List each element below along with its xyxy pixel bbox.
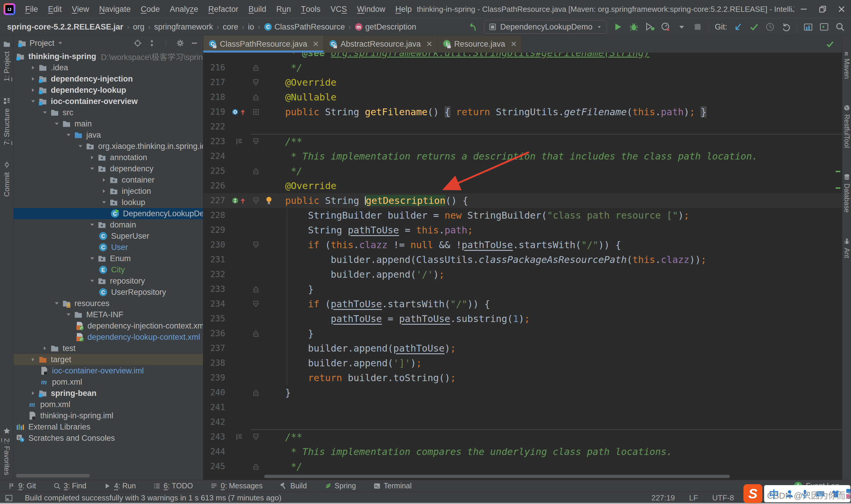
- code-text[interactable]: @Nullable: [262, 90, 842, 105]
- menu-navigate[interactable]: Navigate: [94, 0, 136, 18]
- tree-item-annotation[interactable]: annotation: [14, 152, 203, 163]
- chevron-down-icon[interactable]: [57, 40, 63, 46]
- menu-analyze[interactable]: Analyze: [165, 0, 203, 18]
- tree-expand-icon[interactable]: [28, 76, 38, 82]
- code-line-239[interactable]: 239 return builder.toString();: [203, 371, 842, 385]
- code-line-218[interactable]: 218 @Nullable: [203, 90, 842, 105]
- code-line-219[interactable]: 219 public String getFilename() { return…: [203, 105, 842, 119]
- tree-item-java[interactable]: java: [14, 129, 203, 141]
- code-line[interactable]: * @see org.springframework.util.StringUt…: [203, 53, 842, 60]
- code-text[interactable]: /**: [262, 430, 842, 444]
- fold-down-icon[interactable]: [252, 433, 259, 440]
- menu-code[interactable]: Code: [135, 0, 165, 18]
- code-line-234[interactable]: 234 if (pathToUse.startsWith("/")) {: [203, 296, 842, 311]
- tree-item-thinking-in-spring-iml[interactable]: thinking-in-spring.iml: [14, 410, 203, 421]
- menu-build[interactable]: Build: [243, 0, 271, 18]
- tree-collapse-icon[interactable]: [40, 110, 50, 115]
- tree-collapse-icon[interactable]: [28, 98, 38, 104]
- code-line-233[interactable]: 233 }: [203, 282, 842, 296]
- breadcrumb-item[interactable]: io: [247, 22, 255, 32]
- menu-file[interactable]: File: [20, 0, 43, 18]
- toolwindow-button-ant[interactable]: Ant: [843, 238, 851, 258]
- code-text[interactable]: */: [262, 164, 842, 178]
- profiler-icon[interactable]: [661, 22, 671, 32]
- code-text[interactable]: builder.append(ClassUtils.classPackageAs…: [262, 252, 842, 267]
- tree-item-userrepository[interactable]: CUserRepository: [14, 287, 203, 298]
- fold-marker-slot[interactable]: [249, 164, 262, 178]
- code-line-241[interactable]: 241: [203, 400, 842, 415]
- code-line-244[interactable]: 244 * This implementation compares the u…: [203, 444, 842, 459]
- tree-collapse-icon[interactable]: [63, 132, 74, 138]
- tree-collapse-icon[interactable]: [87, 166, 97, 172]
- code-text[interactable]: [262, 119, 842, 134]
- toolwindow-bar-find[interactable]: 3: Find: [53, 482, 86, 490]
- code-line-230[interactable]: 230 if (this.clazz != null && !pathToUse…: [203, 237, 842, 252]
- code-line-226[interactable]: 226 @Override: [203, 178, 842, 193]
- line-ending[interactable]: LF: [689, 493, 698, 503]
- code-line-225[interactable]: 225 */: [203, 164, 842, 178]
- code-text[interactable]: if (pathToUse.startsWith("/")) {: [262, 296, 842, 311]
- menu-help[interactable]: Help: [390, 0, 417, 18]
- tab-close-icon[interactable]: ✕: [426, 40, 433, 49]
- toolwindow-button-1-project[interactable]: 1: Project: [3, 40, 11, 81]
- tree-item-pom-xml[interactable]: mpom.xml: [14, 399, 203, 410]
- fold-up-icon[interactable]: [252, 286, 259, 293]
- tree-expand-icon[interactable]: [28, 390, 38, 396]
- fold-down-icon[interactable]: [252, 301, 259, 308]
- rollback-icon[interactable]: [781, 22, 791, 32]
- fold-marker-slot[interactable]: [249, 430, 262, 444]
- toolwindow-button-2-favorites[interactable]: 2: Favorites: [3, 427, 11, 475]
- bulb-icon[interactable]: [265, 196, 273, 204]
- breadcrumb-item[interactable]: mgetDescription: [354, 22, 418, 32]
- project-horizontal-scrollbar[interactable]: [16, 474, 90, 478]
- tree-item-target[interactable]: target: [14, 354, 203, 365]
- code-text[interactable]: }: [262, 326, 842, 341]
- coverage-icon[interactable]: [645, 22, 655, 32]
- code-line-232[interactable]: 232 builder.append('/');: [203, 267, 842, 282]
- code-line-236[interactable]: 236 }: [203, 326, 842, 341]
- window-min-button[interactable]: [794, 0, 813, 18]
- fold-down-icon[interactable]: [252, 241, 259, 249]
- javadoc-icon[interactable]: [231, 433, 248, 441]
- tree-collapse-icon[interactable]: [99, 199, 109, 205]
- tree-item-dependency-lookup-context-xml[interactable]: dependency-lookup-context.xml: [14, 331, 203, 343]
- run-anything-icon[interactable]: [819, 22, 829, 32]
- code-text[interactable]: pathToUse = pathToUse.substring(1);: [262, 311, 842, 326]
- tree-item-enum[interactable]: Enum: [14, 253, 203, 264]
- implement-icon[interactable]: [231, 197, 248, 204]
- tree-collapse-icon[interactable]: [51, 121, 62, 127]
- tree-item-scratches-and-consoles[interactable]: Scratches and Consoles: [14, 432, 203, 444]
- toolwindow-bar-spring[interactable]: Spring: [324, 482, 356, 490]
- shelf-icon[interactable]: [803, 22, 813, 32]
- code-text[interactable]: @Override: [262, 75, 842, 90]
- tree-collapse-icon[interactable]: [87, 278, 97, 284]
- tree-collapse-icon[interactable]: [87, 222, 97, 228]
- tab-resource-java[interactable]: IResource.java✕: [438, 35, 522, 53]
- toolwindow-bar-git[interactable]: 9: Git: [8, 482, 36, 490]
- gear-icon[interactable]: [176, 39, 185, 48]
- breadcrumb-item[interactable]: org: [132, 22, 146, 32]
- code-text[interactable]: * This implementation returns a descript…: [262, 149, 842, 164]
- tab-abstractresource-java[interactable]: CAbstractResource.java✕: [324, 35, 437, 53]
- git-update-icon[interactable]: [733, 22, 743, 32]
- code-text[interactable]: }: [262, 282, 842, 296]
- menu-tools[interactable]: Tools: [296, 0, 325, 18]
- tree-item-pom-xml[interactable]: mpom.xml: [14, 376, 203, 388]
- code-text[interactable]: if (this.clazz != null && !pathToUse.sta…: [262, 237, 842, 252]
- tree-item-container[interactable]: container: [14, 174, 203, 185]
- code-line-228[interactable]: 228 StringBuilder builder = new StringBu…: [203, 208, 842, 223]
- breadcrumb-item[interactable]: springframework: [153, 22, 215, 32]
- toolwindow-bar-todo[interactable]: 6: TODO: [153, 482, 193, 490]
- tree-item-repository[interactable]: repository: [14, 275, 203, 287]
- tree-item-dependency-lookup[interactable]: dependency-lookup: [14, 85, 203, 96]
- fold-up-icon[interactable]: [252, 330, 259, 337]
- stop-icon[interactable]: [693, 22, 703, 32]
- menu-edit[interactable]: Edit: [43, 0, 67, 18]
- toolwindow-bar-terminal[interactable]: Terminal: [373, 482, 412, 490]
- tree-item-meta-inf[interactable]: META-INF: [14, 309, 203, 320]
- menu-run[interactable]: Run: [271, 0, 296, 18]
- fold-up-icon[interactable]: [252, 94, 259, 101]
- tree-item-user[interactable]: CUser: [14, 242, 203, 253]
- code-line-217[interactable]: 217 @Override: [203, 75, 842, 90]
- search-icon[interactable]: [835, 22, 845, 32]
